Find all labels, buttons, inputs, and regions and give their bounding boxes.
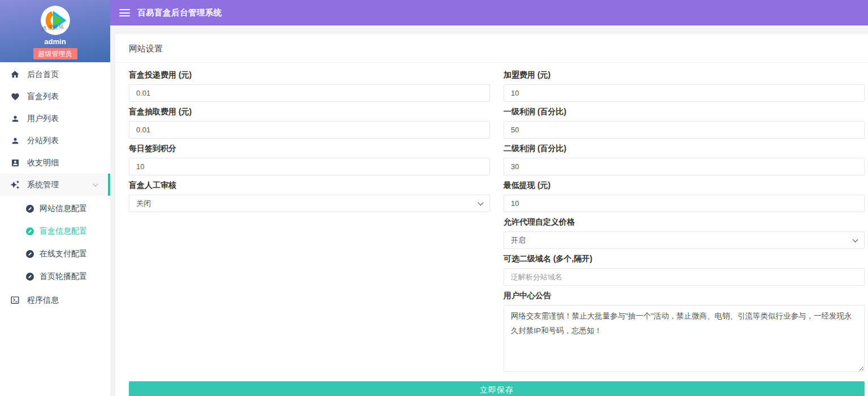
field-label-franchise-fee: 加盟费用 (元) — [504, 70, 865, 80]
sidebar-item-dashboard[interactable]: 后台首页 — [0, 63, 110, 85]
sidebar-subitem-box-info-config[interactable]: 盲盒信息配置 — [0, 220, 110, 243]
field-label-daily-signin-points: 每日签到积分 — [129, 144, 490, 154]
sidebar: 腾讯视频 admin 超级管理员 后台首页 盲盒列表 用户列表 — [0, 0, 110, 396]
box-draw-fee-input[interactable] — [129, 121, 490, 139]
topbar: 百易盲盒后台管理系统 — [110, 0, 868, 25]
chevron-down-icon — [93, 181, 98, 187]
field-label-box-draw-fee: 盲盒抽取费用 (元) — [129, 107, 490, 117]
form-group: 每日签到积分 — [129, 144, 490, 175]
optional-subdomains-input[interactable] — [504, 268, 865, 286]
sidebar-item-substation-list[interactable]: 分站列表 — [0, 130, 110, 152]
content-area: 网站设置 盲盒投递费用 (元) 盲盒抽取费用 (元) 每日签到积分 盲盒人工审 — [110, 25, 868, 396]
sidebar-subitem-online-payment-config[interactable]: 在线支付配置 — [0, 243, 110, 265]
page-title: 网站设置 — [129, 44, 163, 53]
avatar[interactable]: 腾讯视频 — [41, 6, 70, 35]
sidebar-item-system-management[interactable]: 系统管理 — [0, 174, 110, 196]
settings-card: 网站设置 盲盒投递费用 (元) 盲盒抽取费用 (元) 每日签到积分 盲盒人工审 — [115, 34, 868, 396]
sidebar-item-program-info[interactable]: 程序信息 — [0, 289, 110, 311]
form-group: 二级利润 (百分比) — [504, 144, 865, 175]
settings-form: 盲盒投递费用 (元) 盲盒抽取费用 (元) 每日签到积分 盲盒人工审核 关闭 — [115, 63, 868, 377]
edit-circle-icon — [26, 227, 34, 235]
terminal-icon — [10, 295, 20, 305]
agent-custom-price-select[interactable]: 开启 — [504, 231, 865, 249]
field-label-box-delivery-fee: 盲盒投递费用 (元) — [129, 70, 490, 80]
sidebar-item-user-list[interactable]: 用户列表 — [0, 107, 110, 130]
user-icon — [10, 114, 20, 123]
sparkles-icon — [10, 180, 20, 190]
box-delivery-fee-input[interactable] — [129, 84, 490, 102]
sidebar-subitem-website-info-config[interactable]: 网站信息配置 — [0, 197, 110, 220]
form-column-right: 加盟费用 (元) 一级利润 (百分比) 二级利润 (百分比) 最低提现 (元) … — [504, 70, 865, 377]
ledger-icon — [10, 158, 20, 167]
sidebar-item-income-expense[interactable]: 收支明细 — [0, 152, 110, 174]
field-label-level2-profit: 二级利润 (百分比) — [504, 144, 865, 154]
form-group: 最低提现 (元) — [504, 180, 865, 212]
form-group: 可选二级域名 (多个,隔开) — [504, 254, 865, 286]
field-label-agent-custom-price: 允许代理自定义价格 — [504, 217, 865, 227]
hamburger-icon[interactable] — [119, 9, 130, 16]
field-label-min-withdrawal: 最低提现 (元) — [504, 180, 865, 191]
sidebar-user-panel: 腾讯视频 admin 超级管理员 — [0, 0, 110, 62]
sidebar-subitem-home-carousel-config[interactable]: 首页轮播配置 — [0, 265, 110, 288]
sidebar-item-box-list[interactable]: 盲盒列表 — [0, 85, 110, 107]
system-management-submenu: 网站信息配置 盲盒信息配置 在线支付配置 首页轮播配置 — [0, 196, 110, 289]
home-icon — [10, 70, 20, 79]
field-label-level1-profit: 一级利润 (百分比) — [504, 107, 865, 117]
form-group: 盲盒抽取费用 (元) — [129, 107, 490, 139]
level1-profit-input[interactable] — [504, 121, 865, 139]
card-header: 网站设置 — [115, 34, 868, 63]
franchise-fee-input[interactable] — [504, 84, 865, 102]
app-title: 百易盲盒后台管理系统 — [137, 7, 222, 18]
form-group: 一级利润 (百分比) — [504, 107, 865, 139]
role-badge: 超级管理员 — [33, 48, 77, 59]
level2-profit-input[interactable] — [504, 158, 865, 175]
username: admin — [0, 37, 110, 46]
save-button[interactable]: 立即保存 — [129, 381, 865, 396]
form-group: 盲盒人工审核 关闭 — [129, 180, 490, 212]
manual-review-select[interactable]: 关闭 — [129, 195, 490, 212]
edit-circle-icon — [26, 205, 34, 213]
user-icon — [10, 136, 20, 145]
field-label-manual-review: 盲盒人工审核 — [129, 180, 490, 191]
form-group: 加盟费用 (元) — [504, 70, 865, 102]
daily-signin-points-input[interactable] — [129, 158, 490, 175]
form-group: 用户中心公告 网络交友需谨慎！禁止大批量参与"抽一个"活动，禁止微商、电销、引流… — [504, 291, 865, 372]
min-withdrawal-input[interactable] — [504, 195, 865, 212]
card-footer: 立即保存 — [115, 377, 868, 396]
field-label-optional-subdomains: 可选二级域名 (多个,隔开) — [504, 254, 865, 264]
user-center-notice-textarea[interactable]: 网络交友需谨慎！禁止大批量参与"抽一个"活动，禁止微商、电销、引流等类似行业参与… — [504, 305, 865, 372]
edit-circle-icon — [26, 273, 34, 281]
heart-icon — [10, 92, 20, 101]
edit-circle-icon — [26, 250, 34, 258]
form-column-left: 盲盒投递费用 (元) 盲盒抽取费用 (元) 每日签到积分 盲盒人工审核 关闭 — [129, 70, 490, 377]
sidebar-menu: 后台首页 盲盒列表 用户列表 分站列表 收支明细 — [0, 62, 110, 311]
field-label-user-center-notice: 用户中心公告 — [504, 291, 865, 301]
form-group: 允许代理自定义价格 开启 — [504, 217, 865, 249]
form-group: 盲盒投递费用 (元) — [129, 70, 490, 102]
